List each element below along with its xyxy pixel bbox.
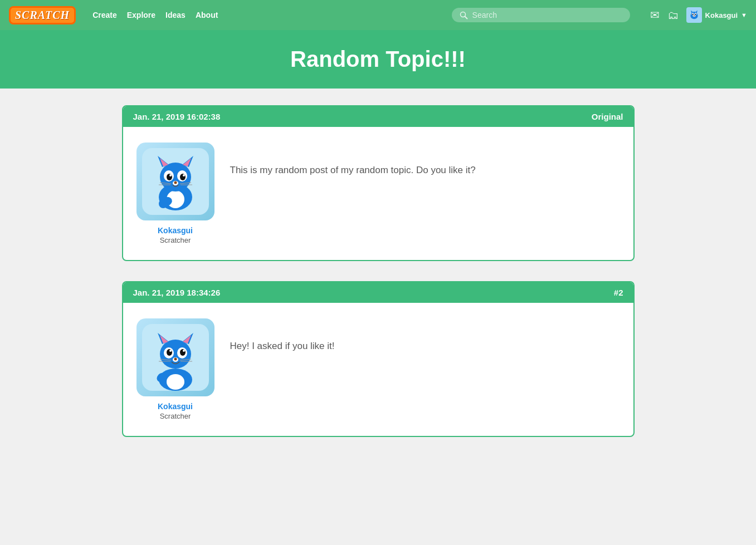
author-name-2[interactable]: Kokasgui — [158, 402, 193, 411]
avatar-2 — [136, 318, 214, 396]
search-bar — [452, 8, 630, 22]
post-card-2: Jan. 21, 2019 18:34:26 #2 — [122, 281, 635, 437]
post-header-1: Jan. 21, 2019 16:02:38 Original — [123, 106, 633, 127]
post-card-1: Jan. 21, 2019 16:02:38 Original — [122, 105, 635, 261]
chevron-down-icon: ▼ — [741, 12, 747, 18]
svg-point-10 — [695, 14, 696, 15]
svg-point-48 — [183, 350, 185, 352]
post-body-1: Kokasgui Scratcher This is my random pos… — [123, 127, 633, 260]
hero-banner: Random Topic!!! — [0, 30, 756, 89]
nav-right: ✉ 🗂 Kokasgui ▼ — [650, 7, 747, 23]
author-section-1: Kokasgui Scratcher — [136, 143, 214, 244]
svg-point-12 — [694, 15, 695, 16]
search-icon — [460, 11, 468, 19]
svg-point-26 — [183, 174, 185, 176]
nav-links: Create Explore Ideas About — [92, 11, 218, 19]
svg-line-1 — [465, 16, 467, 18]
post-timestamp-2: Jan. 21, 2019 18:34:26 — [133, 288, 221, 297]
search-input[interactable] — [472, 11, 622, 19]
author-section-2: Kokasgui Scratcher — [136, 318, 214, 420]
post-content-2: Hey! I asked if you like it! — [230, 318, 620, 352]
user-menu[interactable]: Kokasgui ▼ — [686, 7, 747, 23]
post-badge-2: #2 — [614, 288, 623, 297]
author-role-2: Scratcher — [160, 412, 191, 420]
post-body-2: Kokasgui Scratcher Hey! I asked if you l… — [123, 303, 633, 436]
folder-icon[interactable]: 🗂 — [667, 9, 679, 22]
navbar: SCRATCH Create Explore Ideas About ✉ 🗂 — [0, 0, 756, 30]
user-name-label: Kokasgui — [705, 11, 738, 19]
user-avatar-small — [686, 7, 702, 23]
svg-point-50 — [174, 358, 177, 361]
author-name-1[interactable]: Kokasgui — [158, 226, 193, 235]
page-title: Random Topic!!! — [0, 47, 756, 72]
post-timestamp-1: Jan. 21, 2019 16:02:38 — [133, 112, 221, 121]
svg-point-9 — [692, 14, 693, 15]
avatar-1 — [136, 143, 214, 220]
post-header-2: Jan. 21, 2019 18:34:26 #2 — [123, 282, 633, 303]
svg-point-47 — [169, 350, 172, 352]
nav-explore[interactable]: Explore — [127, 11, 155, 19]
messages-icon[interactable]: ✉ — [650, 8, 660, 22]
scratch-logo[interactable]: SCRATCH — [9, 6, 76, 24]
post-badge-1: Original — [592, 112, 623, 121]
svg-point-25 — [169, 174, 172, 176]
svg-point-28 — [174, 181, 177, 184]
post-content-1: This is my random post of my random topi… — [230, 143, 620, 176]
main-content: Jan. 21, 2019 16:02:38 Original — [111, 89, 646, 479]
nav-create[interactable]: Create — [92, 11, 117, 19]
author-role-1: Scratcher — [160, 236, 191, 244]
svg-point-34 — [159, 199, 168, 208]
svg-point-37 — [167, 374, 184, 390]
nav-ideas[interactable]: Ideas — [165, 11, 186, 19]
nav-about[interactable]: About — [196, 11, 218, 19]
